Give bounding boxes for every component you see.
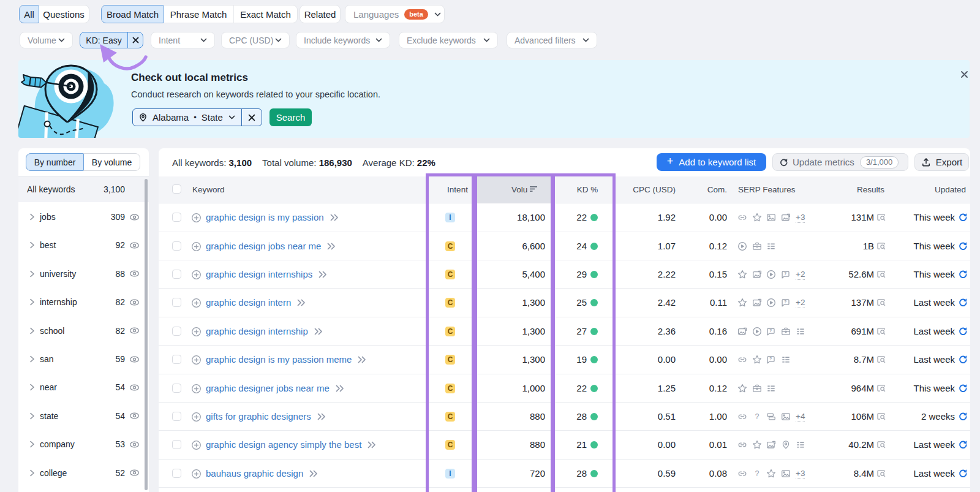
svg-text:?: ? xyxy=(755,412,760,421)
svg-text:?: ? xyxy=(769,356,772,361)
svg-text:?: ? xyxy=(769,328,772,333)
svg-text:?: ? xyxy=(755,469,760,478)
svg-text:?: ? xyxy=(784,271,786,276)
svg-text:?: ? xyxy=(784,300,786,305)
